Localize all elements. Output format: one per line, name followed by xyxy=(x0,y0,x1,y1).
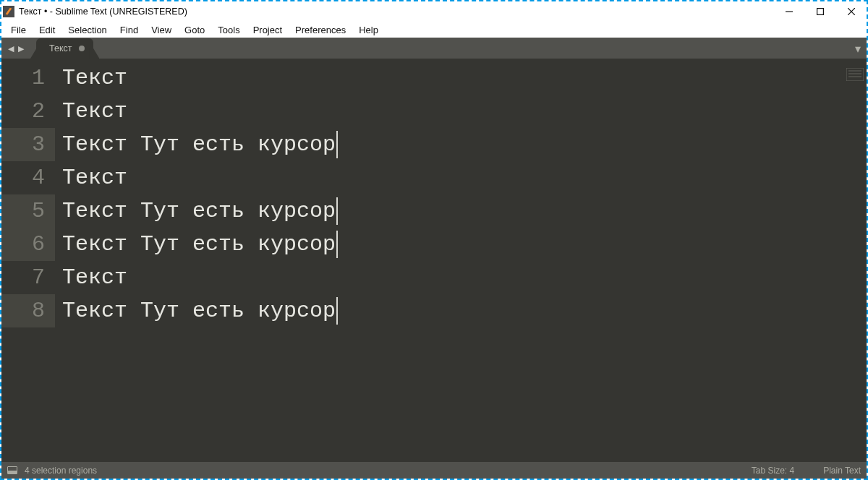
code-text: Текст Тут есть курсор xyxy=(62,299,336,323)
gutter[interactable]: 12345678 xyxy=(1,59,55,462)
editor[interactable]: 12345678 ТекстТекстТекст Тут есть курсор… xyxy=(1,59,867,462)
line-number[interactable]: 7 xyxy=(1,261,55,294)
window-controls xyxy=(773,1,867,22)
statusbar: 4 selection regions Tab Size: 4 Plain Te… xyxy=(1,462,867,479)
menu-goto[interactable]: Goto xyxy=(178,23,211,37)
menu-project[interactable]: Project xyxy=(247,23,289,37)
tab-overflow-button[interactable]: ▾ xyxy=(849,38,867,59)
close-button[interactable] xyxy=(835,1,867,22)
line-number[interactable]: 1 xyxy=(1,61,55,95)
code-line[interactable]: Текст xyxy=(55,95,867,128)
code-text: Текст xyxy=(62,99,127,124)
code-line[interactable]: Текст xyxy=(55,261,867,294)
tabbar: ◀ ▶ Текст ▾ xyxy=(1,38,867,59)
menubar: File Edit Selection Find View Goto Tools… xyxy=(1,22,867,38)
code-line[interactable]: Текст xyxy=(55,61,867,95)
status-syntax[interactable]: Plain Text xyxy=(823,466,861,476)
app-window: Текст • - Sublime Text (UNREGISTERED) Fi… xyxy=(0,0,868,480)
svg-rect-1 xyxy=(817,9,823,15)
dirty-indicator-icon xyxy=(79,46,85,51)
code-line[interactable]: Текст Тут есть курсор xyxy=(55,228,867,261)
minimize-button[interactable] xyxy=(773,1,804,22)
code-line[interactable]: Текст Тут есть курсор xyxy=(55,128,867,161)
code-text: Текст Тут есть курсор xyxy=(62,232,336,257)
line-number[interactable]: 8 xyxy=(1,294,55,327)
menu-file[interactable]: File xyxy=(4,23,33,37)
line-number[interactable]: 5 xyxy=(1,194,55,228)
app-icon xyxy=(3,6,14,17)
menu-tools[interactable]: Tools xyxy=(211,23,246,37)
tab-history-nav[interactable]: ◀ ▶ xyxy=(1,38,30,59)
caret xyxy=(336,197,338,225)
code-text: Текст xyxy=(62,66,127,90)
code-text: Текст Тут есть курсор xyxy=(62,199,336,223)
caret xyxy=(336,131,338,158)
menu-find[interactable]: Find xyxy=(114,23,145,37)
tab-label: Текст xyxy=(49,43,72,53)
code-area[interactable]: ТекстТекстТекст Тут есть курсорТекстТекс… xyxy=(55,59,867,462)
line-number[interactable]: 3 xyxy=(1,128,55,161)
tab-active[interactable]: Текст xyxy=(36,38,93,59)
menu-view[interactable]: View xyxy=(145,23,178,37)
menu-edit[interactable]: Edit xyxy=(33,23,61,37)
line-number[interactable]: 6 xyxy=(1,228,55,261)
nav-back-icon[interactable]: ◀ xyxy=(8,44,14,53)
line-number[interactable]: 2 xyxy=(1,95,55,128)
caret xyxy=(336,297,338,325)
menu-preferences[interactable]: Preferences xyxy=(289,23,352,37)
code-text: Текст Тут есть курсор xyxy=(62,132,336,157)
menu-selection[interactable]: Selection xyxy=(61,23,113,37)
caret xyxy=(336,231,338,258)
code-line[interactable]: Текст xyxy=(55,161,867,194)
code-line[interactable]: Текст Тут есть курсор xyxy=(55,294,867,327)
status-tab-size[interactable]: Tab Size: 4 xyxy=(752,466,794,476)
maximize-button[interactable] xyxy=(804,1,835,22)
chevron-down-icon: ▾ xyxy=(855,42,861,56)
code-line[interactable]: Текст Тут есть курсор xyxy=(55,194,867,228)
menu-help[interactable]: Help xyxy=(352,23,385,37)
code-text: Текст xyxy=(62,265,127,290)
panel-switch-icon[interactable] xyxy=(7,466,17,474)
status-selection-info[interactable]: 4 selection regions xyxy=(25,466,97,476)
titlebar[interactable]: Текст • - Sublime Text (UNREGISTERED) xyxy=(1,1,867,22)
line-number[interactable]: 4 xyxy=(1,161,55,194)
window-title: Текст • - Sublime Text (UNREGISTERED) xyxy=(19,7,187,17)
code-text: Текст xyxy=(62,166,127,190)
nav-forward-icon[interactable]: ▶ xyxy=(18,44,24,53)
